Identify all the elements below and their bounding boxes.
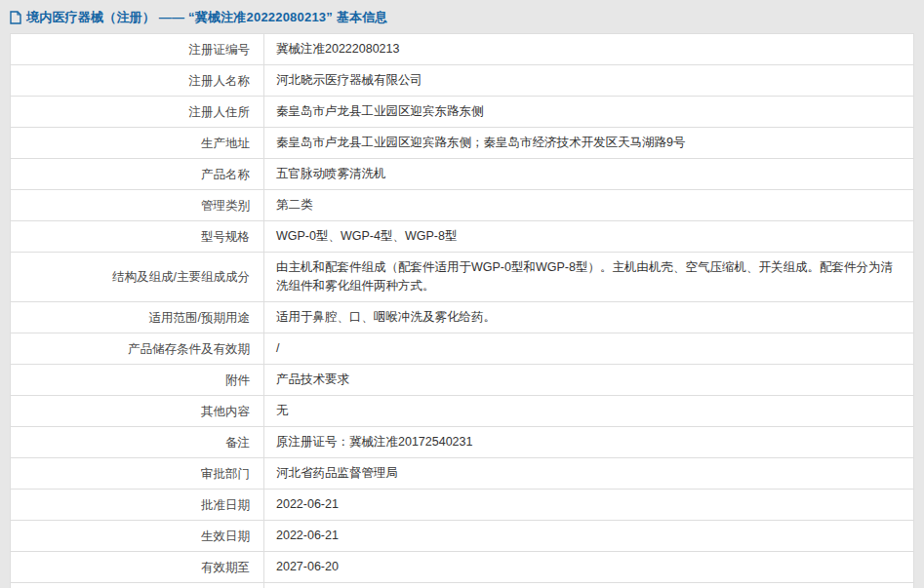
row-label-text: 生产地址 — [201, 137, 250, 150]
row-value: 2027-06-20 — [264, 552, 914, 583]
row-label-text: 生效日期 — [201, 529, 250, 543]
row-label-text: 备注 — [225, 436, 250, 450]
row-value-text: 原注册证号：冀械注准20172540231 — [276, 435, 472, 449]
row-label: 注册人名称 — [11, 65, 264, 97]
row-label: 产品储存条件及有效期 — [11, 333, 264, 365]
row-label-text: 审批部门 — [201, 467, 250, 481]
row-label: 批准日期 — [11, 490, 264, 521]
row-label: 注册证编号 — [11, 34, 264, 65]
row-label: 审批部门 — [11, 458, 264, 490]
row-label: 其他内容 — [11, 396, 264, 427]
row-label: 变更情况 — [11, 583, 264, 588]
row-value-text: 第二类 — [276, 198, 313, 212]
table-row: 注册人名称河北晓示医疗器械有限公司 — [11, 65, 914, 97]
row-value: 河北省药品监督管理局 — [264, 458, 914, 490]
row-value-text: 2022-06-21 — [276, 497, 339, 511]
row-value-text: 秦皇岛市卢龙县工业园区迎宾东路东侧 — [276, 104, 484, 118]
row-label: 生产地址 — [11, 128, 264, 159]
row-label-text: 适用范围/预期用途 — [149, 311, 250, 325]
table-row: 变更情况2023-10-31:1.生产地址:“秦皇岛市卢龙县工业园区迎宾东路东侧… — [11, 583, 914, 588]
table-row: 管理类别第二类 — [11, 190, 914, 221]
row-label: 有效期至 — [11, 552, 264, 583]
row-value: 由主机和配套件组成（配套件适用于WGP-0型和WGP-8型）。主机由机壳、空气压… — [264, 253, 914, 302]
row-label: 适用范围/预期用途 — [11, 302, 264, 333]
table-row: 产品储存条件及有效期/ — [11, 333, 914, 365]
row-value: 原注册证号：冀械注准20172540231 — [264, 427, 914, 458]
row-value-text: WGP-0型、WGP-4型、WGP-8型 — [276, 229, 457, 243]
row-value: 无 — [264, 396, 914, 427]
row-label-text: 批准日期 — [201, 498, 250, 512]
row-value: 秦皇岛市卢龙县工业园区迎宾路东侧；秦皇岛市经济技术开发区天马湖路9号 — [264, 128, 914, 159]
row-label: 注册人住所 — [11, 97, 264, 128]
page-header: 境内医疗器械（注册） —— “冀械注准20222080213” 基本信息 — [0, 0, 924, 33]
table-row: 结构及组成/主要组成成分由主机和配套件组成（配套件适用于WGP-0型和WGP-8… — [11, 253, 914, 302]
row-value-text: 2027-06-20 — [276, 560, 339, 573]
row-label-text: 结构及组成/主要组成成分 — [112, 270, 250, 284]
row-value-text: 适用于鼻腔、口、咽喉冲洗及雾化给药。 — [276, 310, 496, 324]
row-label-text: 管理类别 — [201, 199, 250, 213]
row-label: 管理类别 — [11, 190, 264, 221]
table-row: 型号规格WGP-0型、WGP-4型、WGP-8型 — [11, 221, 914, 253]
info-table: 注册证编号冀械注准20222080213注册人名称河北晓示医疗器械有限公司注册人… — [10, 33, 914, 588]
row-value: 2023-10-31:1.生产地址:“秦皇岛市卢龙县工业园区迎宾东路东侧” 变更… — [264, 583, 914, 588]
row-value-text: 河北晓示医疗器械有限公司 — [276, 73, 422, 87]
row-value-text: 五官脉动喷雾清洗机 — [276, 167, 386, 180]
table-row: 产品名称五官脉动喷雾清洗机 — [11, 159, 914, 190]
row-value-text: 2022-06-21 — [276, 529, 339, 542]
row-label: 结构及组成/主要组成成分 — [11, 253, 264, 302]
row-value: 第二类 — [264, 190, 914, 221]
table-row: 注册人住所秦皇岛市卢龙县工业园区迎宾东路东侧 — [11, 97, 914, 128]
row-value-text: 无 — [276, 404, 289, 417]
row-value: 适用于鼻腔、口、咽喉冲洗及雾化给药。 — [264, 302, 914, 333]
table-row: 生效日期2022-06-21 — [11, 521, 914, 552]
row-label: 生效日期 — [11, 521, 264, 552]
row-label: 附件 — [11, 365, 264, 396]
row-value-text: 产品技术要求 — [276, 372, 349, 386]
row-label-text: 有效期至 — [201, 561, 250, 574]
row-label: 产品名称 — [11, 159, 264, 190]
table-row: 其他内容无 — [11, 396, 914, 427]
row-value: 秦皇岛市卢龙县工业园区迎宾东路东侧 — [264, 97, 914, 128]
row-value-text: 秦皇岛市卢龙县工业园区迎宾路东侧；秦皇岛市经济技术开发区天马湖路9号 — [276, 136, 685, 149]
page-title: 境内医疗器械（注册） —— “冀械注准20222080213” 基本信息 — [26, 9, 388, 26]
row-value: 产品技术要求 — [264, 365, 914, 396]
row-value-text: 冀械注准20222080213 — [276, 42, 399, 56]
table-row: 批准日期2022-06-21 — [11, 490, 914, 521]
row-value: 冀械注准20222080213 — [264, 34, 914, 65]
row-label-text: 其他内容 — [201, 405, 250, 418]
row-label-text: 注册证编号 — [189, 43, 251, 57]
row-value: 河北晓示医疗器械有限公司 — [264, 65, 914, 97]
row-value: / — [264, 333, 914, 365]
row-label-text: 产品名称 — [201, 168, 250, 181]
row-value-text: 河北省药品监督管理局 — [276, 466, 398, 480]
row-value-text: 由主机和配套件组成（配套件适用于WGP-0型和WGP-8型）。主机由机壳、空气压… — [276, 260, 893, 293]
row-value: WGP-0型、WGP-4型、WGP-8型 — [264, 221, 914, 253]
row-value: 2022-06-21 — [264, 521, 914, 552]
row-value: 五官脉动喷雾清洗机 — [264, 159, 914, 190]
row-value-text: / — [276, 341, 279, 355]
row-label-text: 附件 — [225, 373, 250, 387]
table-row: 审批部门河北省药品监督管理局 — [11, 458, 914, 490]
table-row: 附件产品技术要求 — [11, 365, 914, 396]
table-row: 备注原注册证号：冀械注准20172540231 — [11, 427, 914, 458]
table-row: 生产地址秦皇岛市卢龙县工业园区迎宾路东侧；秦皇岛市经济技术开发区天马湖路9号 — [11, 128, 914, 159]
row-label-text: 型号规格 — [201, 230, 250, 244]
table-row: 有效期至2027-06-20 — [11, 552, 914, 583]
info-table-body: 注册证编号冀械注准20222080213注册人名称河北晓示医疗器械有限公司注册人… — [11, 34, 914, 588]
document-icon — [10, 11, 21, 24]
row-label-text: 产品储存条件及有效期 — [128, 342, 250, 356]
row-value: 2022-06-21 — [264, 490, 914, 521]
row-label-text: 注册人住所 — [189, 105, 251, 119]
row-label-text: 注册人名称 — [189, 74, 251, 88]
row-label: 备注 — [11, 427, 264, 458]
table-row: 注册证编号冀械注准20222080213 — [11, 34, 914, 65]
registration-info-page: 境内医疗器械（注册） —— “冀械注准20222080213” 基本信息 注册证… — [0, 0, 924, 588]
table-row: 适用范围/预期用途适用于鼻腔、口、咽喉冲洗及雾化给药。 — [11, 302, 914, 333]
row-label: 型号规格 — [11, 221, 264, 253]
